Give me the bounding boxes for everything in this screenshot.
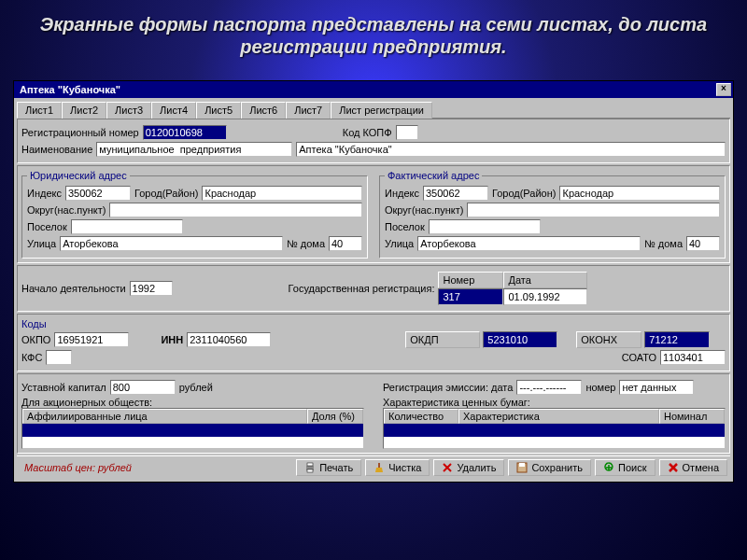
- gosreg-num-cell[interactable]: 317: [438, 288, 503, 305]
- panel-activity: Начало деятельности Государственная реги…: [17, 265, 730, 312]
- legal-okrug-label: Округ(нас.пункт): [27, 204, 106, 216]
- name-label: Наименование: [21, 144, 92, 155]
- tab-list7[interactable]: Лист7: [286, 102, 331, 119]
- legal-city-input[interactable]: [202, 186, 362, 201]
- soato-label: СОАТО: [622, 352, 656, 363]
- legal-city-label: Город(Район): [134, 188, 199, 199]
- codes-title: Коды: [21, 318, 726, 329]
- window-title: Аптека "Кубаночка": [16, 84, 120, 95]
- actual-house-input[interactable]: [686, 236, 720, 251]
- reg-num-label: Регистрационный номер: [21, 127, 139, 138]
- scale-label: Масштаб цен: рублей: [17, 458, 139, 477]
- broom-icon: [374, 462, 385, 473]
- affil-head: Аффилиированные лица: [22, 409, 307, 424]
- emission-date-input[interactable]: [516, 380, 582, 395]
- panel-addresses: Юридический адрес Индекс Город(Район) Ок…: [17, 165, 730, 263]
- org-form-input[interactable]: [96, 142, 292, 157]
- reg-num-input[interactable]: [143, 125, 227, 140]
- sec-nom-head: Номинал: [659, 409, 725, 424]
- panel-capital: Уставной капитал рублей Для акционерных …: [17, 373, 730, 454]
- ust-capital-input[interactable]: [110, 380, 176, 395]
- svg-rect-1: [307, 463, 313, 466]
- svg-rect-3: [378, 463, 380, 468]
- affiliated-listbox[interactable]: Аффилиированные лица Доля (%): [21, 408, 364, 449]
- kfs-input[interactable]: [46, 350, 72, 365]
- svg-rect-2: [307, 469, 313, 472]
- tab-list4[interactable]: Лист4: [151, 102, 196, 119]
- actual-poselok-input[interactable]: [429, 219, 541, 234]
- panel-registration: Регистрационный номер Код КОПФ Наименова…: [17, 119, 730, 163]
- legal-index-input[interactable]: [65, 186, 131, 201]
- inn-input[interactable]: [187, 332, 271, 347]
- print-button[interactable]: Печать: [296, 459, 361, 476]
- actual-index-label: Индекс: [385, 188, 419, 199]
- titlebar: Аптека "Кубаночка" ×: [14, 81, 733, 98]
- save-label: Сохранить: [531, 462, 583, 473]
- legal-poselok-label: Поселок: [27, 221, 67, 232]
- securities-listbox[interactable]: Количество Характеристика Номинал: [383, 408, 726, 449]
- delete-icon: [442, 462, 453, 473]
- okpo-input[interactable]: [54, 332, 129, 347]
- emission-num-input[interactable]: [619, 380, 694, 395]
- gosreg-date-cell[interactable]: 01.09.1992: [503, 288, 587, 305]
- actual-city-input[interactable]: [559, 186, 720, 201]
- okdp-label: ОКДП: [405, 331, 480, 348]
- save-button[interactable]: Сохранить: [508, 459, 591, 476]
- app-window: Аптека "Кубаночка" × Лист1 Лист2 Лист3 Л…: [13, 80, 734, 483]
- legal-index-label: Индекс: [27, 188, 62, 199]
- kopf-input[interactable]: [396, 125, 418, 140]
- legal-okrug-input[interactable]: [109, 203, 362, 217]
- close-button[interactable]: ×: [716, 83, 731, 96]
- search-icon: [603, 462, 614, 473]
- actual-street-label: Улица: [385, 238, 414, 249]
- cancel-button[interactable]: Отмена: [659, 459, 727, 476]
- panel-codes: Коды ОКПО ИНН ОКДП 5231010 ОКОНХ 71212: [17, 314, 730, 371]
- securities-label: Характеристика ценных бумаг:: [383, 397, 726, 408]
- delete-label: Удалить: [457, 462, 496, 473]
- ust-unit-label: рублей: [179, 382, 213, 393]
- sec-char-head: Характеристика: [458, 409, 659, 424]
- search-label: Поиск: [618, 462, 646, 473]
- okonh-label: ОКОНХ: [576, 331, 641, 348]
- actual-okrug-label: Округ(нас.пункт): [385, 204, 463, 216]
- tab-list1[interactable]: Лист1: [17, 102, 62, 119]
- actual-street-input[interactable]: [417, 236, 641, 251]
- legal-address-group: Юридический адрес Индекс Город(Район) Ок…: [21, 170, 368, 259]
- gosreg-head-num: Номер: [438, 272, 503, 288]
- sec-qty-head: Количество: [384, 409, 458, 424]
- clear-button[interactable]: Чистка: [365, 459, 430, 476]
- delete-button[interactable]: Удалить: [433, 459, 504, 476]
- actual-okrug-input[interactable]: [467, 203, 720, 217]
- soato-input[interactable]: [660, 350, 726, 365]
- search-button[interactable]: Поиск: [595, 459, 655, 476]
- tab-list3[interactable]: Лист3: [106, 102, 151, 119]
- org-name-input[interactable]: [296, 142, 726, 157]
- start-year-input[interactable]: [130, 281, 173, 296]
- share-head: Доля (%): [307, 409, 363, 424]
- kfs-label: КФС: [21, 352, 42, 363]
- svg-rect-5: [519, 463, 525, 467]
- actual-index-input[interactable]: [423, 186, 488, 201]
- okonh-cell[interactable]: 71212: [644, 331, 710, 348]
- legal-poselok-input[interactable]: [71, 219, 183, 234]
- legal-address-title: Юридический адрес: [27, 170, 130, 181]
- slide-title: Экранные формы паспорта представлены на …: [0, 0, 747, 65]
- actual-address-title: Фактический адрес: [385, 170, 482, 181]
- tab-registration[interactable]: Лист регистрации: [331, 102, 432, 119]
- actual-house-label: № дома: [644, 238, 683, 249]
- legal-house-input[interactable]: [329, 236, 362, 251]
- tab-list2[interactable]: Лист2: [62, 102, 106, 119]
- actual-address-group: Фактический адрес Индекс Город(Район) Ок…: [379, 170, 726, 259]
- cancel-label: Отмена: [683, 462, 719, 473]
- actual-city-label: Город(Район): [492, 188, 557, 199]
- okdp-cell[interactable]: 5231010: [483, 331, 557, 348]
- ust-capital-label: Уставной капитал: [21, 382, 106, 393]
- emission-label: Регистрация эмиссии: дата: [383, 382, 513, 393]
- inn-label: ИНН: [161, 334, 183, 345]
- gosreg-label: Государственная регистрация:: [289, 283, 435, 294]
- print-label: Печать: [319, 462, 353, 473]
- printer-icon: [304, 462, 316, 473]
- tab-list5[interactable]: Лист5: [196, 102, 241, 119]
- tab-list6[interactable]: Лист6: [241, 102, 286, 119]
- legal-street-input[interactable]: [60, 236, 283, 251]
